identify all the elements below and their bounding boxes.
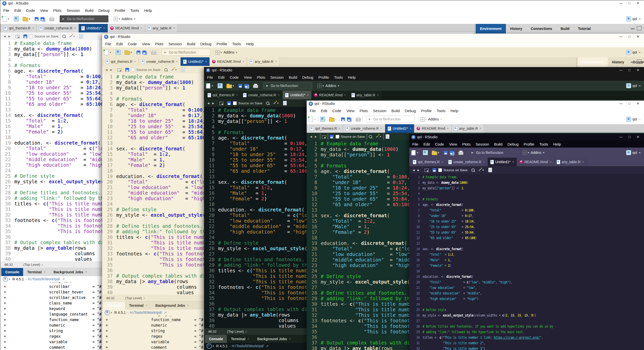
menu-help[interactable]: Help xyxy=(551,142,564,146)
menu-session[interactable]: Session xyxy=(268,75,286,79)
window-close-button[interactable]: ✕ xyxy=(634,0,642,7)
menu-tools[interactable]: Tools xyxy=(434,109,448,113)
menu-session[interactable]: Session xyxy=(166,42,184,46)
goto-directory-icon[interactable]: ↗ xyxy=(266,344,269,348)
addins-dropdown-icon[interactable]: ▾ xyxy=(134,17,135,21)
menu-tools[interactable]: Tools xyxy=(537,142,551,146)
workspace-panes-icon[interactable] xyxy=(523,151,527,155)
goto-file-function-input[interactable]: ► Go to file/function xyxy=(263,82,312,89)
new-file-dropdown-icon[interactable]: ▾ xyxy=(212,84,213,88)
new-file-icon[interactable] xyxy=(104,50,108,55)
close-tab-icon[interactable]: × xyxy=(32,26,34,30)
menu-build[interactable]: Build xyxy=(492,142,505,146)
save-icon[interactable] xyxy=(238,84,242,88)
show-in-new-window-icon[interactable] xyxy=(219,102,223,105)
window-title-bar[interactable]: R qol - RStudio — □ ✕ xyxy=(409,134,644,141)
menu-code[interactable]: Code xyxy=(23,8,37,13)
print-icon[interactable] xyxy=(356,118,361,121)
find-replace-icon[interactable] xyxy=(266,102,269,105)
window-title-bar[interactable]: R qol - RStudio — □ ✕ xyxy=(102,34,644,40)
window-minimize-button[interactable]: — xyxy=(617,34,625,40)
new-file-dropdown-icon[interactable]: ▾ xyxy=(8,17,9,21)
close-tab-icon[interactable]: × xyxy=(447,127,449,130)
menu-code[interactable]: Code xyxy=(227,75,241,79)
close-tab-icon[interactable]: × xyxy=(74,26,76,30)
source-on-save-checkbox[interactable] xyxy=(438,168,442,172)
open-file-icon[interactable] xyxy=(125,51,130,55)
file-tab-any-table-r[interactable]: any_table.R× xyxy=(349,91,382,99)
close-tab-icon[interactable]: × xyxy=(377,93,379,97)
new-file-icon[interactable] xyxy=(309,117,313,122)
addins-button[interactable]: Addins xyxy=(224,50,234,54)
menu-plots[interactable]: Plots xyxy=(254,75,268,79)
save-all-icon[interactable] xyxy=(450,151,453,155)
forward-icon[interactable]: ► xyxy=(212,101,215,105)
close-tab-icon[interactable]: × xyxy=(141,26,142,30)
file-tab-any-table-r[interactable]: any_table.R× xyxy=(247,57,280,66)
menu-debug[interactable]: Debug xyxy=(402,109,418,113)
close-tab-icon[interactable]: × xyxy=(344,93,346,97)
workspace-panes-icon[interactable] xyxy=(420,117,424,121)
menu-session[interactable]: Session xyxy=(473,142,492,146)
new-project-icon[interactable] xyxy=(116,50,121,55)
goto-directory-icon[interactable]: ↗ xyxy=(164,311,167,315)
menu-file[interactable]: File xyxy=(205,75,216,79)
goto-directory-icon[interactable]: ↗ xyxy=(62,277,65,281)
menu-code[interactable]: Code xyxy=(125,42,139,46)
environment-tab-history[interactable]: History xyxy=(506,24,527,33)
window-maximize-button[interactable]: □ xyxy=(625,34,634,40)
close-tab-icon[interactable]: × xyxy=(205,60,207,63)
window-close-button[interactable]: ✕ xyxy=(634,101,642,107)
save-icon[interactable] xyxy=(444,151,448,155)
file-tab-readme-rmd[interactable]: README.Rmd× xyxy=(414,124,451,133)
save-icon[interactable] xyxy=(137,51,140,54)
file-tab-create-rstheme-r[interactable]: create_rstheme.R× xyxy=(446,158,488,166)
project-menu-button[interactable]: R qol ▾ xyxy=(626,16,641,22)
project-menu-button[interactable]: R qol ▾ xyxy=(626,149,641,156)
source-save-icon[interactable] xyxy=(432,168,436,172)
file-tab-create-rstheme-r[interactable]: create_rstheme.R× xyxy=(37,24,78,32)
console-tab-background-jobs[interactable]: Background Jobs× xyxy=(50,268,91,276)
code-tools-icon[interactable] xyxy=(69,34,73,38)
file-tab-untitled1-[interactable]: Untitled1*× xyxy=(488,158,517,166)
close-tab-icon[interactable]: × xyxy=(44,270,46,274)
find-replace-icon[interactable] xyxy=(471,168,475,172)
open-recent-dropdown-icon[interactable]: ▾ xyxy=(131,51,132,54)
close-tab-icon[interactable]: × xyxy=(236,93,238,97)
file-tab-create-rstheme-r[interactable]: create_rstheme.R× xyxy=(343,124,385,133)
close-tab-icon[interactable]: × xyxy=(339,127,340,130)
forward-icon[interactable]: ► xyxy=(314,135,317,139)
environment-tab-history[interactable]: History xyxy=(608,57,628,67)
menu-edit[interactable]: Edit xyxy=(114,42,125,46)
menu-help[interactable]: Help xyxy=(345,75,358,79)
new-project-icon[interactable] xyxy=(320,117,325,122)
project-menu-button[interactable]: R qol ▾ xyxy=(626,82,641,89)
addins-dropdown-icon[interactable]: ▾ xyxy=(543,151,544,154)
panes-dropdown-icon[interactable]: ▾ xyxy=(528,151,529,154)
close-tab-icon[interactable]: × xyxy=(278,93,280,97)
open-recent-dropdown-icon[interactable]: ▾ xyxy=(438,151,439,154)
close-tab-icon[interactable]: × xyxy=(480,127,481,130)
save-all-icon[interactable] xyxy=(142,51,146,54)
close-tab-icon[interactable]: × xyxy=(248,337,249,341)
menu-help[interactable]: Help xyxy=(448,109,461,113)
menu-build[interactable]: Build xyxy=(184,42,198,46)
file-tab-qol-themes-r[interactable]: qol_themes.R× xyxy=(308,124,343,133)
close-tab-icon[interactable]: × xyxy=(289,337,291,341)
menu-file[interactable]: File xyxy=(103,42,114,46)
forward-icon[interactable]: ► xyxy=(8,34,11,38)
scope-selector[interactable]: (Top Level) xyxy=(23,263,40,267)
menu-help[interactable]: Help xyxy=(244,42,256,46)
menu-profile[interactable]: Profile xyxy=(418,109,434,113)
new-project-icon[interactable] xyxy=(423,150,428,155)
find-replace-icon[interactable] xyxy=(369,135,372,138)
code-tools-icon[interactable] xyxy=(171,68,175,71)
menu-edit[interactable]: Edit xyxy=(421,142,432,146)
file-tab-create-rstheme-r[interactable]: create_rstheme.R× xyxy=(139,57,180,66)
close-tab-icon[interactable]: × xyxy=(582,160,584,164)
open-file-icon[interactable] xyxy=(432,151,437,155)
menu-plots[interactable]: Plots xyxy=(152,42,166,46)
window-maximize-button[interactable]: □ xyxy=(625,67,634,74)
addins-button[interactable]: Addins xyxy=(428,117,439,121)
workspace-panes-icon[interactable] xyxy=(216,50,220,55)
